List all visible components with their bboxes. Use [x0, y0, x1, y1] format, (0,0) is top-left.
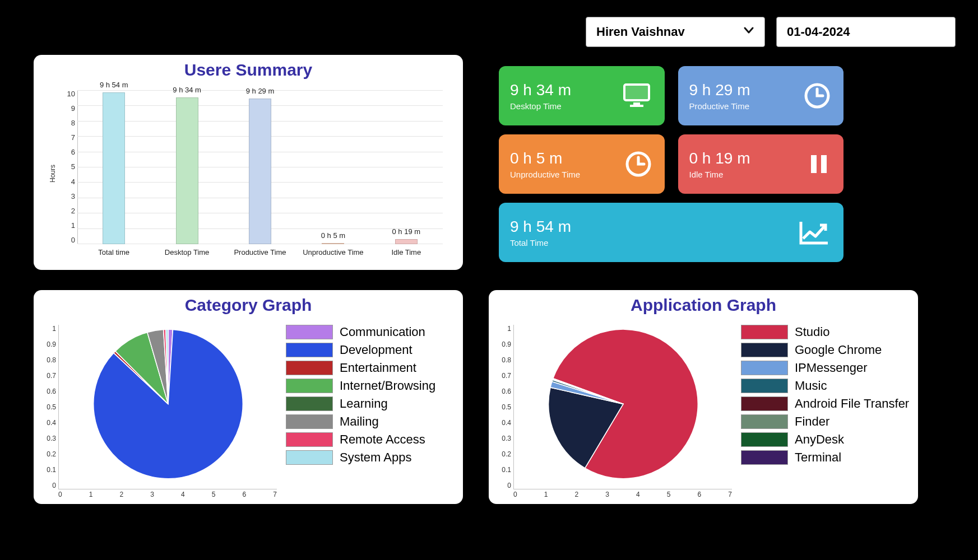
- trend-up-icon: [798, 218, 831, 246]
- legend-item[interactable]: Google Chrome: [741, 343, 911, 357]
- bar-category-label: Productive Time: [234, 248, 286, 256]
- legend-swatch: [741, 414, 788, 429]
- legend-swatch: [286, 396, 333, 411]
- legend-item[interactable]: Communication: [286, 325, 456, 339]
- legend-swatch: [286, 450, 333, 465]
- legend-swatch: [286, 343, 333, 357]
- legend-label: Studio: [795, 325, 829, 339]
- chevron-down-icon: [743, 25, 754, 39]
- legend-label: Entertainment: [340, 361, 416, 375]
- legend-swatch: [741, 396, 788, 411]
- bar-category-label: Idle Time: [391, 248, 421, 256]
- legend-swatch: [741, 343, 788, 357]
- y-axis-ticks: 10.90.80.70.60.50.40.30.20.10: [39, 325, 56, 489]
- legend-label: Internet/Browsing: [340, 379, 435, 393]
- date-input[interactable]: 01-04-2024: [776, 17, 956, 47]
- legend-item[interactable]: IPMessenger: [741, 361, 911, 375]
- legend-label: System Apps: [340, 450, 411, 465]
- date-input-value: 01-04-2024: [787, 25, 850, 39]
- legend-label: Android File Transfer: [795, 396, 909, 411]
- bar-idle-time[interactable]: [395, 239, 418, 244]
- legend-item[interactable]: Terminal: [741, 450, 911, 465]
- legend-item[interactable]: System Apps: [286, 450, 456, 465]
- legend-item[interactable]: Entertainment: [286, 361, 456, 375]
- tile-productive-time[interactable]: 9 h 29 m Productive Time: [678, 66, 844, 125]
- user-select-value: Hiren Vaishnav: [596, 25, 685, 39]
- plot-area: [58, 325, 277, 489]
- y-axis-label: Hours: [49, 165, 57, 183]
- legend-label: Google Chrome: [795, 343, 882, 357]
- legend-swatch: [741, 361, 788, 375]
- svg-rect-1: [624, 85, 649, 100]
- bar-value-label: 0 h 19 m: [392, 227, 421, 236]
- legend-label: Learning: [340, 396, 388, 411]
- legend-swatch: [286, 325, 333, 339]
- legend-label: Mailing: [340, 414, 379, 429]
- application-graph-title: Application Graph: [489, 296, 918, 315]
- bar-total-time[interactable]: [103, 92, 125, 244]
- bar-category-label: Total time: [98, 248, 129, 256]
- pause-icon: [806, 152, 831, 176]
- bar-value-label: 9 h 54 m: [100, 81, 128, 89]
- bar-unproductive-time[interactable]: [322, 243, 344, 244]
- legend-item[interactable]: Learning: [286, 396, 456, 411]
- legend-item[interactable]: Finder: [741, 414, 911, 429]
- legend-item[interactable]: Development: [286, 343, 456, 357]
- bar-value-label: 9 h 29 m: [246, 87, 275, 95]
- legend-label: Communication: [340, 325, 425, 339]
- legend-swatch: [286, 361, 333, 375]
- y-axis-ticks: 10.90.80.70.60.50.40.30.20.10: [494, 325, 511, 489]
- y-axis-ticks: 109876543210: [62, 90, 75, 244]
- application-pie-chart: [545, 325, 702, 482]
- legend-label: Finder: [795, 414, 829, 429]
- tile-value: 9 h 54 m: [510, 218, 832, 236]
- svg-rect-7: [821, 155, 827, 173]
- bar-productive-time[interactable]: [249, 99, 271, 244]
- bar-category-label: Desktop Time: [165, 248, 209, 256]
- legend-label: Terminal: [795, 450, 841, 465]
- category-pie-chart: [90, 325, 247, 482]
- category-graph-card: Category Graph 10.90.80.70.60.50.40.30.2…: [34, 290, 463, 504]
- legend-swatch: [741, 450, 788, 465]
- tile-total-time[interactable]: 9 h 54 m Total Time: [499, 203, 843, 262]
- legend-swatch: [286, 379, 333, 393]
- bar-desktop-time[interactable]: [176, 97, 198, 244]
- legend-label: Remote Access: [340, 432, 425, 447]
- legend-item[interactable]: Studio: [741, 325, 911, 339]
- legend-swatch: [741, 325, 788, 339]
- legend-swatch: [286, 414, 333, 429]
- legend-item[interactable]: Android File Transfer: [741, 396, 911, 411]
- bar-value-label: 9 h 34 m: [173, 86, 201, 94]
- legend-item[interactable]: AnyDesk: [741, 432, 911, 447]
- tile-unproductive-time[interactable]: 0 h 5 m Unproductive Time: [499, 134, 665, 194]
- user-summary-title: Usere Summary: [34, 60, 463, 80]
- legend-swatch: [741, 379, 788, 393]
- legend-swatch: [741, 432, 788, 447]
- tile-idle-time[interactable]: 0 h 19 m Idle Time: [678, 134, 844, 194]
- x-axis-ticks: 01234567: [513, 491, 732, 498]
- legend-item[interactable]: Internet/Browsing: [286, 379, 456, 393]
- user-select[interactable]: Hiren Vaishnav: [586, 17, 765, 47]
- application-legend: StudioGoogle ChromeIPMessengerMusicAndro…: [741, 325, 911, 468]
- legend-label: Music: [795, 379, 827, 393]
- legend-item[interactable]: Mailing: [286, 414, 456, 429]
- category-legend: CommunicationDevelopmentEntertainmentInt…: [286, 325, 456, 468]
- legend-item[interactable]: Remote Access: [286, 432, 456, 447]
- topbar: Hiren Vaishnav 01-04-2024: [586, 17, 956, 47]
- clock-icon: [803, 82, 831, 110]
- legend-item[interactable]: Music: [741, 379, 911, 393]
- bar-value-label: 0 h 5 m: [321, 231, 345, 240]
- legend-label: IPMessenger: [795, 361, 868, 375]
- x-axis-ticks: 01234567: [58, 491, 277, 498]
- bar-category-label: Unproductive Time: [303, 248, 363, 256]
- svg-rect-2: [633, 102, 640, 105]
- svg-rect-3: [630, 105, 643, 107]
- monitor-icon: [621, 80, 652, 111]
- legend-swatch: [286, 432, 333, 447]
- tile-desktop-time[interactable]: 9 h 34 m Desktop Time: [499, 66, 665, 125]
- clock-icon: [624, 150, 652, 178]
- plot-area: [513, 325, 732, 489]
- plot-area: 9 h 54 mTotal time9 h 34 mDesktop Time9 …: [77, 91, 443, 244]
- svg-rect-6: [811, 155, 817, 173]
- tile-label: Total Time: [510, 238, 832, 248]
